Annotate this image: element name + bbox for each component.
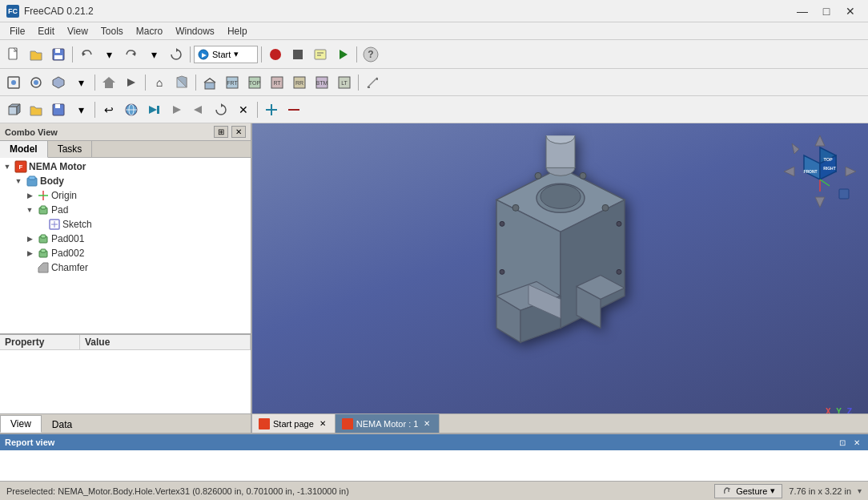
svg-rect-50 — [157, 106, 159, 114]
home-button[interactable]: ⌂ — [149, 72, 170, 93]
remove-button[interactable] — [283, 99, 304, 120]
undo2-button[interactable]: ↩ — [98, 99, 119, 120]
tree-chamfer[interactable]: Chamfer — [2, 260, 249, 275]
record-button[interactable] — [265, 44, 286, 65]
undo-button[interactable] — [76, 44, 97, 65]
forward-view-button[interactable] — [121, 72, 142, 93]
arrow-forward-button[interactable] — [188, 99, 209, 120]
redo-dropdown[interactable]: ▾ — [143, 44, 164, 65]
menu-item-windows[interactable]: Windows — [169, 24, 221, 38]
dimensions-arrow: ▾ — [858, 486, 862, 495]
maximize-button[interactable]: □ — [815, 3, 838, 19]
home-view-button[interactable] — [98, 72, 119, 93]
pad-expand-icon[interactable]: ▼ — [24, 204, 35, 216]
view-right[interactable]: RT — [267, 72, 287, 93]
new-button[interactable] — [3, 44, 24, 65]
svg-text:?: ? — [368, 49, 373, 60]
open-button[interactable] — [26, 44, 46, 65]
arrow-right-button[interactable] — [143, 99, 164, 120]
save-copy-button[interactable]: ▾ — [70, 99, 91, 120]
workbench-dropdown[interactable]: ▶ Start ▾ — [194, 46, 258, 63]
pad-icon — [37, 204, 50, 216]
svg-point-83 — [535, 172, 541, 179]
globe-button[interactable] — [121, 99, 142, 120]
tab-view[interactable]: View — [0, 415, 42, 433]
script-button[interactable] — [310, 44, 331, 65]
combo-close-button[interactable]: ✕ — [231, 126, 246, 138]
menu-item-macro[interactable]: Macro — [130, 24, 169, 38]
cancel-button[interactable]: ✕ — [233, 99, 254, 120]
pad001-expand-icon[interactable]: ▶ — [24, 233, 35, 244]
gesture-button[interactable]: Gesture ▾ — [714, 484, 782, 498]
refresh2-button[interactable] — [211, 99, 231, 120]
tab-data[interactable]: Data — [42, 416, 82, 433]
menu-item-tools[interactable]: Tools — [94, 24, 130, 38]
view-mode-button[interactable]: ▾ — [70, 72, 91, 93]
view-rear[interactable]: RR — [289, 72, 310, 93]
svg-rect-60 — [29, 176, 35, 179]
add-button[interactable] — [261, 99, 282, 120]
report-expand-button[interactable]: ⊡ — [836, 438, 849, 448]
view-top[interactable]: TOP — [244, 72, 265, 93]
measure-button[interactable] — [362, 72, 383, 93]
vp-tab-nemamotor-close[interactable]: ✕ — [421, 418, 432, 429]
tree-body[interactable]: ▼ Body — [2, 174, 249, 188]
root-expand-icon[interactable]: ▼ — [2, 161, 13, 172]
pad001-label: Pad001 — [51, 233, 84, 244]
minimize-button[interactable]: — — [791, 3, 814, 19]
vp-tab-startpage[interactable]: Start page ✕ — [252, 414, 336, 433]
view-bottom[interactable]: BTM — [311, 72, 332, 93]
viewport-canvas[interactable]: TOP FRONT RIGHT X Y Z — [252, 123, 868, 433]
tree-pad001[interactable]: ▶ Pad001 — [2, 232, 249, 246]
vp-tab-nemamotor[interactable]: NEMA Motor : 1 ✕ — [336, 414, 440, 433]
tree-sketch[interactable]: Sketch — [2, 217, 249, 232]
vp-tab-startpage-close[interactable]: ✕ — [317, 418, 328, 429]
redo-button[interactable] — [121, 44, 142, 65]
menu-item-help[interactable]: Help — [221, 24, 254, 38]
tree-root[interactable]: ▼ F NEMA Motor — [2, 159, 249, 174]
help-button[interactable]: ? — [360, 44, 381, 65]
vp-tab-startpage-label: Start page — [273, 419, 314, 429]
fit-all-button[interactable] — [3, 72, 24, 93]
body-expand-icon[interactable]: ▼ — [13, 175, 24, 187]
prop-header: Property Value — [0, 335, 251, 350]
menu-item-file[interactable]: File — [3, 24, 31, 38]
box-button[interactable] — [3, 99, 24, 120]
pad002-expand-icon[interactable]: ▶ — [24, 248, 35, 259]
combo-detach-button[interactable]: ⊞ — [214, 126, 228, 138]
body-icon — [26, 175, 38, 188]
viewport[interactable]: TOP FRONT RIGHT X Y Z — [252, 123, 868, 433]
titlebar-left: FC FreeCAD 0.21.2 — [6, 5, 94, 18]
save-button[interactable] — [48, 44, 69, 65]
3d-view-button[interactable] — [48, 72, 69, 93]
menu-item-view[interactable]: View — [61, 24, 94, 38]
close-button[interactable]: ✕ — [839, 3, 862, 19]
svg-line-108 — [820, 179, 830, 186]
run-button[interactable] — [332, 44, 353, 65]
svg-rect-3 — [54, 55, 62, 59]
tree-origin[interactable]: ▶ Origin — [2, 188, 249, 203]
menu-item-edit[interactable]: Edit — [31, 24, 61, 38]
view-home[interactable] — [199, 72, 220, 93]
navigation-cube[interactable]: TOP FRONT RIGHT — [780, 131, 860, 212]
fit-selection-button[interactable] — [26, 72, 46, 93]
svg-marker-14 — [340, 50, 348, 59]
view-front[interactable]: FRT — [222, 72, 243, 93]
refresh-button[interactable] — [166, 44, 187, 65]
chamfer-icon — [37, 261, 50, 274]
tree-pad[interactable]: ▼ Pad — [2, 203, 249, 217]
report-close-button[interactable]: ✕ — [850, 438, 863, 448]
arrow-back-button[interactable] — [166, 99, 187, 120]
stop-button[interactable] — [287, 44, 308, 65]
view-left[interactable]: LT — [334, 72, 355, 93]
folder-button[interactable] — [26, 99, 46, 120]
save2-button[interactable] — [48, 99, 69, 120]
pad002-icon — [37, 247, 50, 260]
origin-expand-icon[interactable]: ▶ — [24, 190, 35, 201]
svg-rect-69 — [41, 235, 46, 238]
view-cube-button[interactable] — [171, 72, 192, 93]
tab-tasks[interactable]: Tasks — [48, 141, 93, 157]
undo-dropdown[interactable]: ▾ — [98, 44, 119, 65]
tab-model[interactable]: Model — [0, 141, 48, 158]
tree-pad002[interactable]: ▶ Pad002 — [2, 246, 249, 260]
